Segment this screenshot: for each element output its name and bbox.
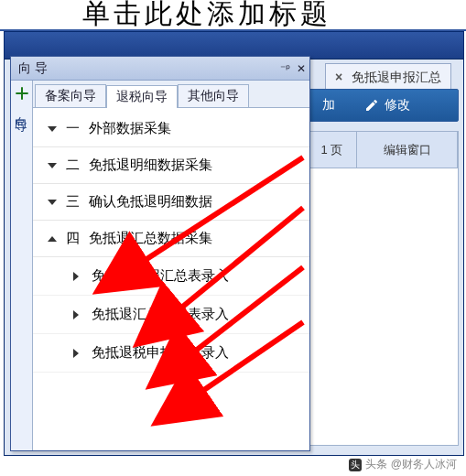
tree-branch-1[interactable]: 一 外部数据采集 — [33, 111, 309, 147]
tab-退税向导[interactable]: 退税向导 — [106, 85, 178, 108]
cropped-title: 单击此处添加标题 — [0, 0, 466, 31]
branch-label: 免抵退明细数据采集 — [89, 157, 212, 174]
tree-leaf[interactable]: 免抵退税申报资料录入 — [33, 334, 309, 373]
grid-header: 1 页 编辑窗口 — [308, 132, 458, 168]
pin-icon[interactable]: ⁻ᵖ — [276, 62, 293, 75]
watermark: 头头条 @财务人冰河 — [349, 457, 457, 472]
wizard-side-tab[interactable]: 向导 — [11, 81, 33, 450]
tab-备案向导[interactable]: 备案向导 — [35, 84, 106, 107]
expand-icon — [48, 200, 57, 205]
toolbar: 加 修改 — [307, 89, 459, 122]
main-document-tab[interactable]: × 免抵退申报汇总 — [325, 63, 451, 89]
tree-leaf[interactable]: 免抵退汇总表附表录入 — [33, 296, 309, 334]
branch-num: 二 — [66, 157, 80, 174]
close-icon[interactable]: × — [335, 64, 342, 90]
expand-icon — [48, 163, 57, 168]
branch-num: 四 — [66, 230, 80, 247]
chevron-right-icon — [73, 272, 79, 281]
branch-num: 一 — [66, 120, 80, 137]
tree-leaf[interactable]: 免抵退申报汇总表录入 — [33, 257, 309, 296]
leaf-label: 免抵退税申报资料录入 — [92, 344, 229, 362]
watermark-icon: 头 — [349, 459, 362, 471]
app-window: × 免抵退申报汇总 加 修改 1 页 编辑窗口 向 导 ⁻ᵖ ✕ — [4, 31, 464, 456]
data-grid: 1 页 编辑窗口 — [307, 131, 459, 446]
main-tab-label: 免抵退申报汇总 — [352, 70, 441, 84]
grid-col-edit[interactable]: 编辑窗口 — [357, 132, 458, 168]
tree-children-4: 免抵退申报汇总表录入 免抵退汇总表附表录入 免抵退税申报资料录入 — [33, 257, 309, 378]
chevron-right-icon — [73, 349, 79, 358]
content: × 免抵退申报汇总 加 修改 1 页 编辑窗口 向 导 ⁻ᵖ ✕ — [5, 60, 463, 455]
branch-label: 免抵退汇总数据采集 — [89, 230, 212, 247]
add-label: 加 — [322, 97, 335, 114]
expand-icon — [48, 126, 57, 132]
branch-label: 外部数据采集 — [89, 120, 171, 137]
wizard-tabs: 备案向导 退税向导 其他向导 — [33, 81, 309, 108]
wizard-icon — [15, 86, 29, 101]
wizard-tree: 一 外部数据采集 二 免抵退明细数据采集 三 确认免抵退明细数据 — [33, 108, 309, 450]
leaf-label: 免抵退申报汇总表录入 — [92, 267, 229, 285]
branch-label: 确认免抵退明细数据 — [89, 193, 212, 211]
tree-branch-4[interactable]: 四 免抵退汇总数据采集 — [33, 221, 309, 257]
tab-其他向导[interactable]: 其他向导 — [178, 84, 249, 107]
close-icon[interactable]: ✕ — [293, 62, 309, 75]
leaf-label: 免抵退汇总表附表录入 — [92, 306, 229, 323]
grid-col-page[interactable]: 1 页 — [308, 132, 357, 168]
edit-button[interactable]: 修改 — [350, 90, 425, 121]
branch-num: 三 — [66, 193, 80, 211]
wizard-side-label: 向导 — [14, 106, 30, 112]
tree-branch-3[interactable]: 三 确认免抵退明细数据 — [33, 184, 309, 221]
wizard-titlebar[interactable]: 向 导 ⁻ᵖ ✕ — [11, 57, 309, 81]
wizard-panel: 向 导 ⁻ᵖ ✕ 向导 备案向导 退税向导 其他向导 — [10, 56, 310, 451]
add-button[interactable]: 加 — [308, 90, 350, 121]
chevron-right-icon — [73, 310, 79, 319]
collapse-icon — [48, 236, 57, 242]
tree-branch-2[interactable]: 二 免抵退明细数据采集 — [33, 147, 309, 184]
edit-icon — [364, 98, 379, 113]
wizard-main: 备案向导 退税向导 其他向导 一 外部数据采集 二 免 — [33, 81, 309, 450]
wizard-title: 向 导 — [18, 60, 48, 77]
edit-label: 修改 — [385, 97, 410, 114]
